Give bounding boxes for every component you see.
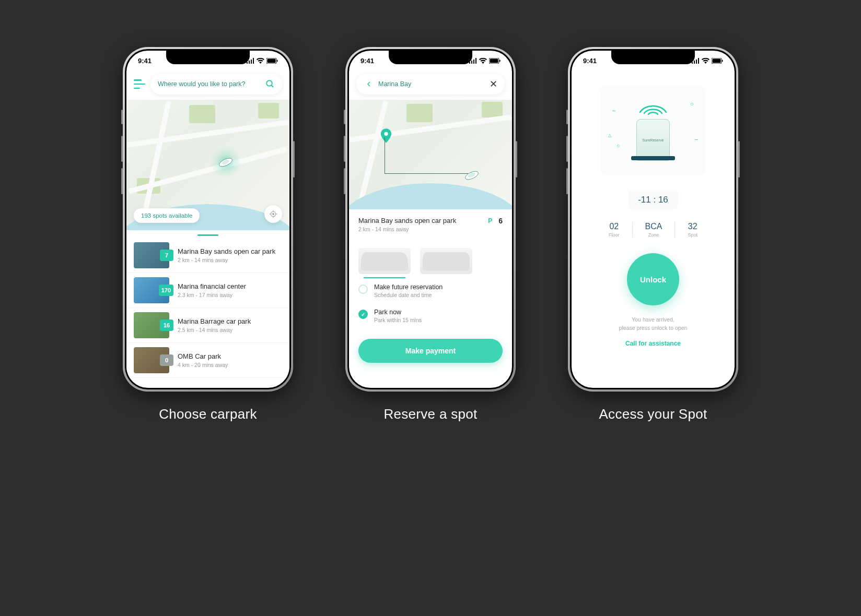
carpark-item[interactable]: 16 Marina Barrage car park 2.5 km - 14 m… [126,308,289,343]
drag-handle[interactable] [197,234,218,236]
countdown-timer: -11 : 16 [629,191,678,209]
screen3-content: – △ ○ ○ – SureReserve [572,70,735,363]
signal-arcs-icon [635,97,671,115]
status-time: 9:41 [360,57,374,65]
close-icon[interactable]: ✕ [490,78,497,90]
option-title: Park now [374,309,422,316]
vehicle-selector [349,240,512,278]
caption-reserve: Reserve a spot [383,406,477,422]
carpark-name: Marina Barrage car park [178,317,282,325]
carpark-item[interactable]: 170 Marina financial center 2.3 km - 17 … [126,273,289,308]
carpark-item[interactable]: 0 OMB Car park 4 km - 20 mins away [126,343,289,378]
carpark-name: Marina Bay sands open car park [178,247,282,255]
carpark-thumbnail: 0 [134,347,169,373]
location-floor: 02 Floor [596,222,633,238]
selected-meta: 2 km - 14 mins away [358,226,456,232]
deco-dash: – [695,136,698,142]
carpark-meta: 2 km - 14 mins away [178,257,282,263]
carpark-meta: 2.5 km - 14 mins away [178,327,282,333]
radio-icon[interactable] [358,285,368,294]
carpark-thumbnail: 170 [134,277,169,303]
arrive-text: You have arrived, please press unlock to… [619,316,688,333]
svg-point-3 [266,80,272,86]
notch [389,51,472,64]
svg-line-4 [271,85,273,87]
phone-frame: 9:41 – △ ○ ○ – [568,47,738,392]
phone-col-choose: 9:41 [123,47,293,422]
radio-icon-checked[interactable] [358,310,368,319]
menu-icon[interactable] [134,79,145,89]
make-payment-button[interactable]: Make payment [358,339,503,363]
search-icon[interactable] [265,79,275,89]
carpark-thumbnail: 7 [134,242,169,268]
count-badge: 7 [160,250,173,261]
phone-col-reserve: 9:41 ✕ [345,47,516,422]
route-line [385,137,468,174]
car-marker [210,147,241,178]
search-pill[interactable]: ✕ [356,74,505,94]
search-pill[interactable] [150,74,282,94]
call-assistance-link[interactable]: Call for assistance [625,340,681,347]
count-badge: 0 [160,354,173,366]
option-park-now[interactable]: Park now Park within 15 mins [349,303,512,328]
status-time: 9:41 [138,57,152,65]
map-area[interactable]: 193 spots available [126,100,289,230]
map-area[interactable] [349,100,512,209]
back-icon[interactable] [364,80,374,88]
deco-circle: ○ [690,101,694,107]
caption-access: Access your Spot [599,406,707,422]
phone-frame: 9:41 [123,47,293,392]
count-badge: 170 [159,285,173,296]
carpark-name: OMB Car park [178,352,282,360]
device-base [631,156,675,160]
parking-count: P 6 [488,217,503,225]
svg-rect-20 [713,58,721,63]
deco-circle: ○ [616,143,620,149]
count-badge: 16 [160,319,173,331]
carpark-meta: 2.3 km - 17 mins away [178,292,282,298]
option-title: Make future reservation [374,283,443,291]
notch [166,51,250,64]
screen2-header: ✕ [349,70,512,100]
carpark-thumbnail: 16 [134,312,169,338]
deco-dash: – [612,107,615,113]
option-future[interactable]: Make future reservation Schedule date an… [349,278,512,303]
carpark-meta: 4 km - 20 mins away [178,362,282,368]
carpark-item[interactable]: 7 Marina Bay sands open car park 2 km - … [126,238,289,273]
battery-icon [266,58,278,64]
wifi-icon [257,58,264,64]
status-time: 9:41 [583,57,597,65]
location-spot: 32 Spot [675,222,710,238]
selected-carpark-card: Marina Bay sands open car park 2 km - 14… [349,209,512,240]
svg-point-16 [384,132,388,136]
battery-icon [712,58,723,64]
svg-rect-15 [499,60,501,62]
search-input[interactable] [158,80,261,88]
vehicle-option-suv[interactable] [420,248,472,274]
battery-icon [489,58,501,64]
wifi-icon [479,58,487,64]
option-sub: Park within 15 mins [374,317,422,323]
svg-rect-14 [490,58,498,63]
unlock-button[interactable]: Unlock [627,253,679,305]
device-illustration: – △ ○ ○ – SureReserve [601,86,705,175]
locate-button[interactable] [264,205,282,223]
device-body: SureReserve [636,119,670,161]
vehicle-option-sedan[interactable] [358,248,411,274]
phone-col-access: 9:41 – △ ○ ○ – [568,47,738,422]
location-zone: BCA Zone [633,222,676,238]
option-sub: Schedule date and time [374,292,443,298]
svg-rect-21 [722,60,723,62]
location-row: 02 Floor BCA Zone 32 Spot [596,222,710,238]
search-input[interactable] [378,80,485,88]
phones-row: 9:41 [123,47,738,422]
carpark-name: Marina financial center [178,282,282,290]
svg-rect-1 [267,58,276,63]
phone-frame: 9:41 ✕ [345,47,516,392]
selected-name: Marina Bay sands open car park [358,217,456,224]
carpark-list[interactable]: 7 Marina Bay sands open car park 2 km - … [126,234,289,378]
spots-available-pill[interactable]: 193 spots available [134,208,200,223]
car-marker [456,160,487,191]
svg-point-8 [273,214,274,215]
svg-rect-2 [277,60,278,62]
